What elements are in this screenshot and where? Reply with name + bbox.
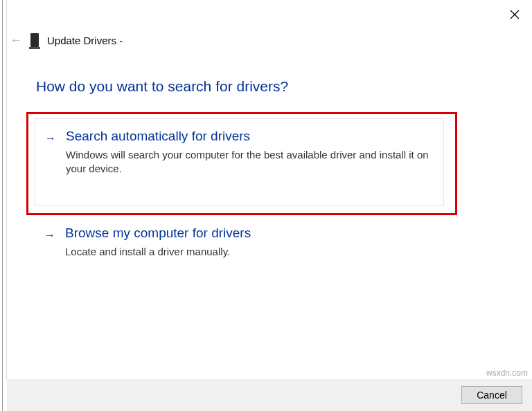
watermark: wsxdn.com [486,368,528,378]
cancel-button[interactable]: Cancel [461,386,522,404]
arrow-right-icon: → [45,129,56,148]
option-search-automatically[interactable]: → Search automatically for drivers Windo… [35,118,444,206]
option-browse-computer[interactable]: → Browse my computer for drivers Locate … [35,220,444,268]
breadcrumb: ← Update Drivers - [10,33,123,47]
prompt-heading: How do you want to search for drivers? [36,78,288,95]
option-title: Browse my computer for drivers [65,226,432,241]
update-drivers-dialog: ← Update Drivers - How do you want to se… [0,0,532,411]
divider [2,0,3,411]
device-icon [30,33,39,47]
arrow-right-icon: → [44,226,55,245]
divider [6,0,7,379]
dialog-footer: Cancel [7,379,532,411]
option-title: Search automatically for drivers [66,129,431,144]
back-arrow-icon[interactable]: ← [10,34,22,46]
page-title: Update Drivers - [47,35,123,46]
close-icon[interactable] [510,10,520,21]
option-description: Windows will search your computer for th… [66,148,431,176]
option-description: Locate and install a driver manually. [65,245,432,259]
